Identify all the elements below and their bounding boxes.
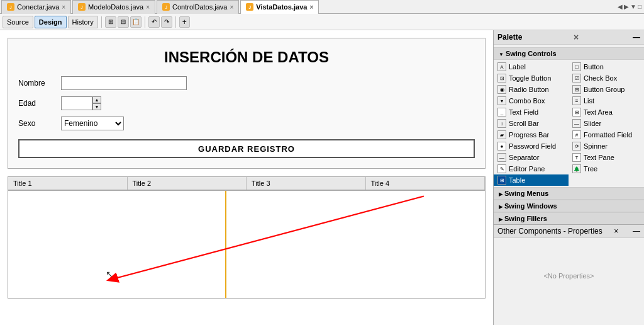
palette-text-field[interactable]: _ Text Field: [494, 106, 569, 118]
tree-icon: 🌲: [572, 164, 581, 173]
palette-table[interactable]: ⊞ Table: [494, 174, 569, 186]
tab-controldatos[interactable]: J ControlDatos.java ×: [157, 0, 239, 14]
main-content: INSERCIÓN DE DATOS Nombre Edad 0 ▲ ▼: [0, 30, 644, 325]
swing-windows-section[interactable]: Swing Windows: [494, 200, 644, 212]
palette-formatted-field[interactable]: # Formatted Field: [569, 129, 644, 140]
toolbar-icon-3[interactable]: 📋: [130, 16, 142, 28]
java-file-icon-4: J: [246, 3, 253, 11]
toolbar-icon-1[interactable]: ⊞: [105, 16, 116, 28]
properties-title: Other Components - Properties: [497, 227, 602, 236]
separator-icon: —: [497, 153, 506, 162]
close-icon-conectar[interactable]: ×: [62, 4, 65, 11]
palette-editor-pane[interactable]: ✎ Editor Pane: [494, 163, 569, 174]
palette-list[interactable]: ≡ List: [569, 95, 644, 106]
text-area-icon: ⊟: [572, 108, 581, 117]
nombre-input[interactable]: [61, 76, 187, 90]
palette-progress-bar[interactable]: ▰ Progress Bar: [494, 129, 569, 140]
table-col-4: Title 4: [366, 177, 486, 190]
check-box-icon: ☑: [572, 74, 581, 83]
tab-conectar[interactable]: J Conectar.java ×: [1, 0, 71, 14]
history-btn[interactable]: History: [68, 16, 98, 28]
toolbar-icon-4[interactable]: ↶: [148, 16, 160, 28]
close-icon-controldatos[interactable]: ×: [230, 4, 233, 11]
palette-panel: Palette × — Swing Controls A Label □ But…: [493, 30, 644, 325]
palette-close-btn[interactable]: ×: [574, 32, 579, 42]
palette-text-area[interactable]: ⊟ Text Area: [569, 106, 644, 118]
toolbar-icon-2[interactable]: ⊟: [118, 16, 129, 28]
properties-body: <No Properties>: [494, 238, 644, 314]
palette-combo-box[interactable]: ▾ Combo Box: [494, 95, 569, 106]
close-icon-modelodatos[interactable]: ×: [146, 4, 150, 11]
design-btn[interactable]: Design: [35, 16, 67, 28]
sexo-select[interactable]: Femenino Masculino: [61, 117, 124, 130]
palette-toggle-button[interactable]: ⊡ Toggle Button: [494, 72, 569, 84]
palette-label[interactable]: A Label: [494, 61, 569, 72]
toolbar: Source Design History ⊞ ⊟ 📋 ↶ ↷ +: [0, 14, 644, 30]
tab-label-modelodatos: ModeloDatos.java: [88, 3, 143, 11]
red-arrow-overlay: [8, 191, 485, 298]
list-icon: ≡: [572, 96, 581, 105]
tab-prev-icon[interactable]: ◀: [618, 3, 623, 10]
palette-spinner[interactable]: ⟳ Spinner: [569, 140, 644, 152]
swing-controls-grid: A Label □ Button ⊡ Toggle Button ☑ Check…: [494, 60, 644, 187]
spinner-buttons: ▲ ▼: [92, 96, 101, 110]
swing-controls-section[interactable]: Swing Controls: [494, 47, 644, 60]
spinner-down-btn[interactable]: ▼: [92, 103, 101, 110]
button-icon: □: [572, 62, 581, 71]
guardar-btn[interactable]: GUARDAR REGISTRO: [18, 139, 475, 158]
table-col-1: Title 1: [8, 177, 128, 190]
palette-password-field[interactable]: ● Password Field: [494, 140, 569, 152]
source-btn[interactable]: Source: [3, 16, 33, 28]
progress-bar-icon: ▰: [497, 130, 506, 139]
palette-radio-button[interactable]: ◉ Radio Button: [494, 84, 569, 95]
palette-separator[interactable]: — Separator: [494, 152, 569, 163]
tab-navigation: ◀ ▶ ▼ □: [618, 3, 644, 10]
palette-scroll-bar[interactable]: ↕ Scroll Bar: [494, 118, 569, 129]
palette-button-group[interactable]: ⊞ Button Group: [569, 84, 644, 95]
add-palette-icon[interactable]: +: [179, 16, 190, 28]
tab-vistadatos[interactable]: J VistaDatos.java ×: [240, 0, 319, 14]
java-file-icon-3: J: [162, 3, 170, 11]
tab-next-icon[interactable]: ▶: [624, 3, 629, 10]
label-icon: A: [497, 62, 506, 71]
palette-check-box[interactable]: ☑ Check Box: [569, 72, 644, 84]
swing-fillers-section[interactable]: Swing Fillers: [494, 212, 644, 224]
palette-header: Palette × —: [494, 30, 644, 45]
properties-panel: Other Components - Properties × — <No Pr…: [494, 224, 644, 325]
palette-slider[interactable]: — Slider: [569, 118, 644, 129]
toolbar-sep-2: [145, 16, 145, 28]
yellow-divider-line: [225, 191, 226, 298]
spinner-up-btn[interactable]: ▲: [92, 96, 101, 103]
radio-button-icon: ◉: [497, 85, 506, 94]
properties-min-btn[interactable]: —: [633, 227, 640, 236]
palette-min-btn[interactable]: —: [633, 33, 640, 42]
table-header: Title 1 Title 2 Title 3 Title 4: [8, 177, 485, 191]
palette-button[interactable]: □ Button: [569, 61, 644, 72]
password-field-icon: ●: [497, 142, 506, 151]
formatted-field-icon: #: [572, 130, 581, 139]
palette-tree[interactable]: 🌲 Tree: [569, 163, 644, 174]
form-container: INSERCIÓN DE DATOS Nombre Edad 0 ▲ ▼: [8, 38, 486, 169]
nombre-row: Nombre: [18, 76, 475, 90]
svg-line-0: [112, 197, 424, 280]
form-title: INSERCIÓN DE DATOS: [18, 48, 475, 66]
java-file-icon-2: J: [78, 3, 86, 11]
toolbar-icon-5[interactable]: ↷: [161, 16, 172, 28]
no-properties-label: <No Properties>: [543, 272, 594, 280]
table-container: Title 1 Title 2 Title 3 Title 4: [8, 176, 486, 299]
palette-text-pane[interactable]: T Text Pane: [569, 152, 644, 163]
sexo-row: Sexo Femenino Masculino: [18, 117, 475, 130]
tab-modelodatos[interactable]: J ModeloDatos.java ×: [72, 0, 155, 14]
design-panel: INSERCIÓN DE DATOS Nombre Edad 0 ▲ ▼: [0, 30, 493, 325]
close-icon-vistadatos[interactable]: ×: [309, 4, 313, 11]
tab-menu-icon[interactable]: ▼: [630, 3, 636, 10]
swing-menus-section[interactable]: Swing Menus: [494, 187, 644, 200]
sexo-label: Sexo: [18, 119, 56, 128]
tab-label-conectar: Conectar.java: [17, 3, 59, 11]
text-field-icon: _: [497, 108, 506, 117]
maximize-icon[interactable]: □: [638, 3, 641, 10]
palette-content: Swing Controls A Label □ Button ⊡ Toggle…: [494, 45, 644, 224]
combo-box-icon: ▾: [497, 96, 506, 105]
properties-close-btn[interactable]: ×: [614, 227, 618, 236]
edad-input[interactable]: 0: [61, 96, 92, 110]
